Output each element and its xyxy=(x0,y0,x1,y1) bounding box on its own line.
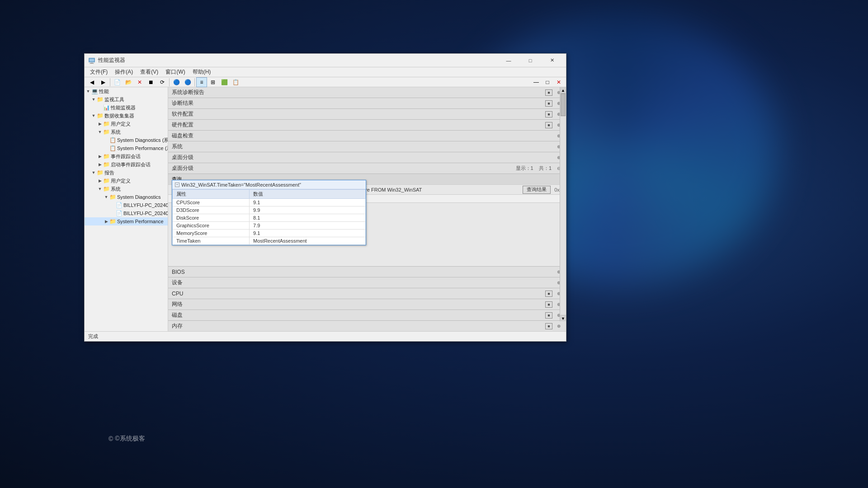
reports-icon: 📁 xyxy=(96,169,104,176)
system-expander[interactable]: ▼ xyxy=(97,129,103,135)
tree-node-data-collector[interactable]: ▼ 📁 数据收集集器 xyxy=(85,112,168,120)
tree-root[interactable]: ▼ 💻 性能 xyxy=(85,87,168,95)
monitor-tools-label: 监视工具 xyxy=(104,96,124,103)
diag-result-icon: ■ xyxy=(545,100,552,107)
event-trace-expander[interactable]: ▶ xyxy=(97,154,103,159)
fb-button[interactable]: 🔵 xyxy=(171,77,182,87)
right-scrollbar[interactable]: ▲ ▼ xyxy=(560,87,566,321)
toolbar-sep-2 xyxy=(169,78,170,86)
right-scroll-area[interactable]: 系统诊断报告 ■ ⊕ 诊断结果 ■ ⊕ 软件配置 ■ ⊕ xyxy=(168,87,566,331)
user-defined-expander[interactable]: ▶ xyxy=(97,121,103,127)
rep-sys-diag-expander[interactable]: ▼ xyxy=(104,194,109,200)
tree-node-rep-sys-diag[interactable]: ▼ 📁 System Diagnostics xyxy=(85,193,168,201)
new-button[interactable]: 📄 xyxy=(112,77,123,87)
root-icon: 💻 xyxy=(91,88,98,95)
section-disk-check[interactable]: 磁盘检查 ⊕ xyxy=(168,131,566,141)
section-disk[interactable]: 磁盘 ■ ⊕ xyxy=(168,310,566,321)
section-network[interactable]: 网络 ■ ⊕ xyxy=(168,299,566,310)
disk-icon: ■ xyxy=(545,312,552,319)
device-title: 设备 xyxy=(172,279,555,286)
perf-monitor-label: 性能监视器 xyxy=(111,104,136,111)
attr-cell: DiskScore xyxy=(173,214,250,222)
attr-cell: D3DScore xyxy=(173,206,250,214)
section-cpu[interactable]: CPU ■ ⊕ xyxy=(168,288,566,299)
delete-button[interactable]: ✕ xyxy=(134,77,145,87)
view-btn2[interactable]: ⊞ xyxy=(208,77,218,87)
menu-help[interactable]: 帮助(H) xyxy=(189,67,215,77)
tree-node-billyfu-1[interactable]: ▶ 📄 BILLYFU-PC_20240829-0 xyxy=(85,201,168,209)
tree-node-sys-diag[interactable]: ▶ 📋 System Diagnostics (系统诊) xyxy=(85,136,168,144)
view-btn1[interactable]: ≡ xyxy=(196,77,207,87)
sys-perf-icon: 📋 xyxy=(109,145,116,152)
menu-action[interactable]: 操作(A) xyxy=(111,67,137,77)
tree-node-perf-monitor[interactable]: ▶ 📊 性能监视器 xyxy=(85,103,168,112)
section-diag-report[interactable]: 系统诊断报告 ■ ⊕ xyxy=(168,87,566,98)
right-panel: 系统诊断报告 ■ ⊕ 诊断结果 ■ ⊕ 软件配置 ■ ⊕ xyxy=(168,87,566,331)
monitor-tools-expander[interactable]: ▼ xyxy=(91,97,96,102)
reports-system-expander[interactable]: ▼ xyxy=(97,186,103,192)
hardware-config-title: 硬件配置 xyxy=(172,121,545,129)
user-defined-icon: 📁 xyxy=(103,120,110,127)
table-row: GraphicsScore7.9 xyxy=(173,222,366,230)
maximize-button[interactable]: □ xyxy=(520,54,541,67)
scroll-thumb[interactable] xyxy=(561,94,566,116)
section-software-config[interactable]: 软件配置 ■ ⊕ xyxy=(168,109,566,120)
desktop-class2-header[interactable]: 桌面分级 显示：1 共：1 ⊖ xyxy=(168,163,566,174)
scroll-down-button[interactable]: ▼ xyxy=(560,315,566,321)
menu-view[interactable]: 查看(V) xyxy=(137,67,162,77)
reports-label: 报告 xyxy=(104,169,114,176)
view-btn3[interactable]: 🟩 xyxy=(219,77,230,87)
view-btn4[interactable]: 📋 xyxy=(230,77,241,87)
section-device[interactable]: 设备 ⊕ xyxy=(168,277,566,288)
minimize-button[interactable]: — xyxy=(498,54,519,67)
memory-chevron[interactable]: ⊕ xyxy=(555,323,562,330)
system-title: 系统 xyxy=(172,143,555,150)
main-window: 性能监视器 — □ ✕ 文件(F) 操作(A) 查看(V) 窗口(W) 帮助(H… xyxy=(84,53,566,342)
refresh-button[interactable]: ⟳ xyxy=(157,77,168,87)
tree-node-system[interactable]: ▼ 📁 系统 xyxy=(85,128,168,136)
tree-node-event-trace[interactable]: ▶ 📁 事件跟踪会话 xyxy=(85,152,168,160)
minimize-panel[interactable]: — xyxy=(531,77,542,87)
section-memory[interactable]: 内存 ■ ⊕ xyxy=(168,321,566,331)
tree-node-reports-user[interactable]: ▶ 📁 用户定义 xyxy=(85,177,168,185)
back-button[interactable]: ◀ xyxy=(86,77,97,87)
reports-expander[interactable]: ▼ xyxy=(91,170,96,175)
section-desktop-class1[interactable]: 桌面分级 ⊕ xyxy=(168,152,566,163)
open-button[interactable]: 📂 xyxy=(123,77,134,87)
restore-panel[interactable]: □ xyxy=(542,77,553,87)
stop-button[interactable]: ⏹ xyxy=(146,77,156,87)
tree-node-startup-trace[interactable]: ▶ 📁 启动事件跟踪会话 xyxy=(85,160,168,169)
root-expander[interactable]: ▼ xyxy=(85,89,91,94)
section-diag-result[interactable]: 诊断结果 ■ ⊕ xyxy=(168,98,566,109)
network-title: 网络 xyxy=(172,300,545,308)
reports-user-expander[interactable]: ▶ xyxy=(97,178,103,183)
menu-file[interactable]: 文件(F) xyxy=(86,67,111,77)
forward-button[interactable]: ▶ xyxy=(98,77,108,87)
section-hardware-config[interactable]: 硬件配置 ■ ⊕ xyxy=(168,120,566,131)
data-collector-expander[interactable]: ▼ xyxy=(91,113,96,118)
table-row: CPUScore9.1 xyxy=(173,199,366,206)
app-icon xyxy=(88,57,95,64)
section-system[interactable]: 系统 ⊕ xyxy=(168,141,566,152)
menu-window[interactable]: 窗口(W) xyxy=(162,67,189,77)
tree-node-user-defined[interactable]: ▶ 📁 用户定义 xyxy=(85,120,168,128)
software-config-title: 软件配置 xyxy=(172,110,545,118)
rep-sys-diag-label: System Diagnostics xyxy=(117,194,161,200)
section-bios[interactable]: BIOS ⊕ xyxy=(168,267,566,277)
scroll-up-button[interactable]: ▲ xyxy=(560,87,566,94)
winsat-header-text: Win32_WinSAT.TimeTaken="MostRecentAssess… xyxy=(181,182,301,188)
rep-sys-perf-expander[interactable]: ▶ xyxy=(104,219,109,224)
tree-node-sys-perf[interactable]: ▶ 📋 System Performance (系统性) xyxy=(85,144,168,152)
startup-trace-expander[interactable]: ▶ xyxy=(97,162,103,167)
tree-node-rep-sys-perf[interactable]: ▶ 📁 System Performance xyxy=(85,217,168,225)
tree-node-billyfu-2[interactable]: ▶ 📄 BILLYFU-PC_20240829-0 xyxy=(85,209,168,217)
tree-node-reports[interactable]: ▼ 📁 报告 xyxy=(85,169,168,177)
close-panel[interactable]: ✕ xyxy=(553,77,564,87)
diag-result-title: 诊断结果 xyxy=(172,99,545,107)
winsat-expand-icon[interactable]: − xyxy=(175,183,179,187)
fw-button[interactable]: 🔵 xyxy=(182,77,193,87)
close-button[interactable]: ✕ xyxy=(542,54,562,67)
tree-node-reports-system[interactable]: ▼ 📁 系统 xyxy=(85,185,168,193)
tree-node-monitor-tools[interactable]: ▼ 📁 监视工具 xyxy=(85,95,168,103)
query-result-button[interactable]: 查询结果 xyxy=(523,186,551,194)
